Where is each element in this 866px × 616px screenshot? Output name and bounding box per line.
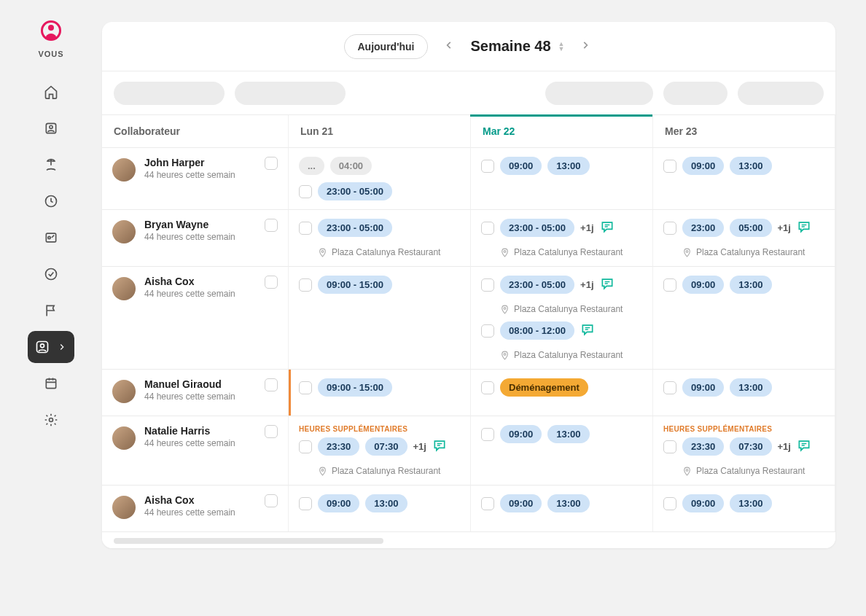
activity-tag: Déménagement xyxy=(500,378,588,397)
time-pill: 04:00 xyxy=(330,157,372,175)
time-pill: 13:00 xyxy=(730,494,771,512)
location-row: Plaza Catalunya Restaurant xyxy=(682,247,824,257)
day-cell[interactable]: 09:00 - 15:00 xyxy=(289,267,471,370)
location-text: Plaza Catalunya Restaurant xyxy=(514,247,623,257)
employee-photo xyxy=(112,277,136,300)
location-text: Plaza Catalunya Restaurant xyxy=(696,466,805,476)
shift-entry: 09:0013:00 xyxy=(299,494,460,512)
day-cell[interactable]: 09:0013:00 xyxy=(471,416,653,486)
shift-checkbox[interactable] xyxy=(299,185,312,198)
day-cell[interactable]: 09:0013:00 xyxy=(289,486,471,532)
time-pill: 09:00 xyxy=(682,157,724,175)
nav-home[interactable] xyxy=(35,76,67,108)
employee-photo xyxy=(112,158,136,182)
day-cell[interactable]: 09:0013:00 xyxy=(653,370,835,416)
location-row: Plaza Catalunya Restaurant xyxy=(318,247,460,257)
day-cell[interactable]: HEURES SUPPLÉMENTAIRES23:3007:30+1jPlaza… xyxy=(289,416,471,486)
horizontal-scrollbar[interactable] xyxy=(102,532,835,548)
employee-checkbox[interactable] xyxy=(265,425,278,438)
employee-checkbox[interactable] xyxy=(265,494,278,507)
shift-checkbox[interactable] xyxy=(481,222,494,235)
day-cell[interactable]: 23:00 - 05:00+1jPlaza Catalunya Restaura… xyxy=(471,267,653,370)
comment-icon[interactable] xyxy=(600,276,615,294)
day-cell[interactable]: 09:0013:00 xyxy=(653,486,835,532)
employee-checkbox[interactable] xyxy=(265,219,278,232)
sidebar: VOUS xyxy=(0,0,102,616)
shift-checkbox[interactable] xyxy=(481,160,494,173)
shift-checkbox[interactable] xyxy=(663,222,676,235)
filter-placeholder[interactable] xyxy=(545,82,653,105)
shift-checkbox[interactable] xyxy=(299,440,312,453)
svg-point-9 xyxy=(50,418,53,422)
filter-placeholder[interactable] xyxy=(663,82,727,105)
nav-team-active[interactable] xyxy=(28,331,74,363)
day-cell[interactable]: 09:0013:00 xyxy=(653,267,835,370)
today-button[interactable]: Aujourd'hui xyxy=(344,34,429,59)
comment-icon[interactable] xyxy=(600,219,615,237)
nav-vacation[interactable] xyxy=(35,149,67,181)
employee-cell: Aisha Cox 44 heures cette semain xyxy=(102,267,289,370)
time-pill: 07:30 xyxy=(730,437,771,456)
day-cell[interactable]: 09:0013:00 xyxy=(471,486,653,532)
shift-checkbox[interactable] xyxy=(299,278,312,292)
employee-cell: Bryan Wayne 44 heures cette semain xyxy=(102,210,289,267)
shift-checkbox[interactable] xyxy=(481,324,494,338)
filter-placeholder[interactable] xyxy=(235,82,346,105)
comment-icon[interactable] xyxy=(580,322,595,340)
day-cell[interactable]: HEURES SUPPLÉMENTAIRES23:3007:30+1jPlaza… xyxy=(653,416,835,486)
day-cell[interactable]: 23:0005:00+1jPlaza Catalunya Restaurant xyxy=(653,210,835,267)
day-cell[interactable]: 23:00 - 05:00+1jPlaza Catalunya Restaura… xyxy=(471,210,653,267)
svg-point-1 xyxy=(50,125,52,128)
shift-checkbox[interactable] xyxy=(299,222,312,235)
employee-checkbox[interactable] xyxy=(265,157,278,170)
day-cell[interactable]: 23:00 - 05:00Plaza Catalunya Restaurant xyxy=(289,210,471,267)
employee-cell: John Harper 44 heures cette semain xyxy=(102,148,289,210)
svg-point-13 xyxy=(504,307,506,309)
nav-approve[interactable] xyxy=(35,258,67,290)
user-avatar-icon[interactable] xyxy=(41,20,61,41)
shift-checkbox[interactable] xyxy=(481,381,494,394)
shift-checkbox[interactable] xyxy=(299,497,312,510)
scrollbar-thumb[interactable] xyxy=(114,538,383,544)
comment-icon[interactable] xyxy=(797,219,811,237)
nav-settings[interactable] xyxy=(35,404,67,436)
shift-checkbox[interactable] xyxy=(663,278,676,292)
time-pill: 09:00 xyxy=(682,494,724,512)
svg-point-15 xyxy=(321,469,324,471)
shift-checkbox[interactable] xyxy=(299,381,312,394)
comment-icon[interactable] xyxy=(432,438,447,456)
shift-checkbox[interactable] xyxy=(663,440,676,453)
location-text: Plaza Catalunya Restaurant xyxy=(332,466,440,476)
location-text: Plaza Catalunya Restaurant xyxy=(696,247,805,257)
shift-checkbox[interactable] xyxy=(481,497,494,510)
extra-day-label: +1j xyxy=(580,222,593,233)
employee-name: Bryan Wayne xyxy=(144,219,256,230)
shift-checkbox[interactable] xyxy=(663,381,676,394)
shift-entry: 08:00 - 12:00 xyxy=(481,321,642,340)
nav-time[interactable] xyxy=(35,185,67,217)
shift-checkbox[interactable] xyxy=(481,428,494,441)
employee-checkbox[interactable] xyxy=(265,378,278,391)
overtime-label: HEURES SUPPLÉMENTAIRES xyxy=(663,425,824,433)
week-stepper[interactable]: ▲▼ xyxy=(558,42,565,52)
shift-entry: 09:0013:00 xyxy=(663,276,824,294)
prev-week-button[interactable] xyxy=(441,37,457,56)
filter-placeholder[interactable] xyxy=(738,82,824,105)
day-cell[interactable]: 09:0013:00 xyxy=(653,148,835,210)
employee-checkbox[interactable] xyxy=(265,276,278,289)
day-cell[interactable]: ...04:0023:00 - 05:00 xyxy=(289,148,471,210)
shift-checkbox[interactable] xyxy=(663,160,676,173)
filter-placeholder[interactable] xyxy=(114,82,225,105)
day-cell[interactable]: Déménagement xyxy=(471,370,653,416)
shift-entry: 09:0013:00 xyxy=(481,425,642,443)
shift-checkbox[interactable] xyxy=(481,278,494,292)
next-week-button[interactable] xyxy=(577,37,593,56)
nav-people[interactable] xyxy=(35,112,67,144)
day-cell[interactable]: 09:00 - 15:00 xyxy=(289,370,471,416)
shift-checkbox[interactable] xyxy=(663,497,676,510)
nav-documents[interactable] xyxy=(35,222,67,254)
day-cell[interactable]: 09:0013:00 xyxy=(471,148,653,210)
nav-flag[interactable] xyxy=(35,295,67,327)
comment-icon[interactable] xyxy=(797,438,811,456)
nav-calendar[interactable] xyxy=(35,367,67,399)
